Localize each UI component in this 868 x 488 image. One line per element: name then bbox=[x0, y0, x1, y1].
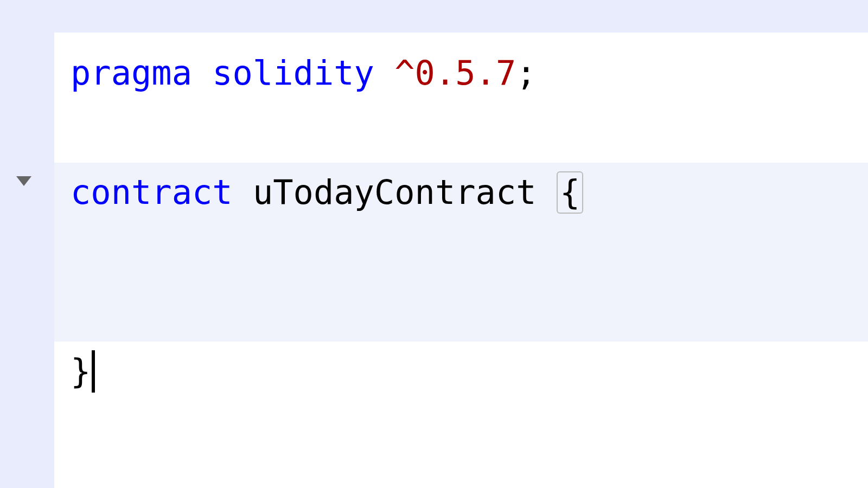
code-area[interactable]: pragma solidity ^0.5.7;contract uTodayCo… bbox=[54, 33, 868, 488]
code-token: ^0.5.7 bbox=[394, 53, 516, 93]
code-token: pragma bbox=[71, 53, 212, 93]
code-line[interactable] bbox=[54, 282, 868, 342]
code-line[interactable] bbox=[54, 222, 868, 282]
code-token: uTodayContract bbox=[253, 172, 557, 213]
code-line[interactable]: pragma solidity ^0.5.7; bbox=[71, 43, 852, 103]
fold-collapse-icon[interactable] bbox=[16, 176, 31, 186]
code-line[interactable]: contract uTodayContract { bbox=[54, 163, 868, 222]
code-editor[interactable]: pragma solidity ^0.5.7;contract uTodayCo… bbox=[54, 33, 868, 488]
code-token: solidity bbox=[212, 53, 394, 93]
code-line[interactable] bbox=[71, 103, 852, 163]
text-cursor bbox=[92, 350, 95, 393]
code-line[interactable]: } bbox=[71, 342, 852, 401]
code-token: ; bbox=[516, 53, 536, 93]
code-token: { bbox=[557, 171, 583, 214]
code-token: contract bbox=[71, 172, 253, 213]
code-token: } bbox=[71, 351, 91, 391]
